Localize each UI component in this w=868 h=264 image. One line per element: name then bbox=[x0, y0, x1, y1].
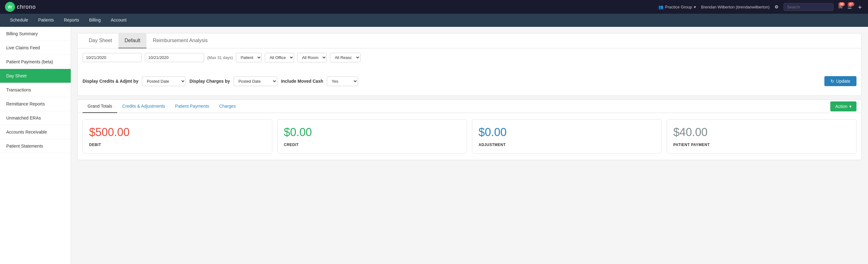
logo-area: dr chrono bbox=[5, 2, 36, 12]
include-moved-cash-select[interactable]: Yes No bbox=[327, 76, 358, 86]
credit-label: CREDIT bbox=[284, 142, 461, 147]
user-name: Brendan Wilberton (brendanwilberton) bbox=[701, 5, 770, 9]
content-area: Day Sheet Default Reimbursement Analysis… bbox=[71, 27, 868, 264]
card-debit: $500.00 DEBIT bbox=[83, 119, 272, 154]
card-adjustment: $0.00 ADJUSTMENT bbox=[472, 119, 662, 154]
main-layout: Billing Summary Live Claims Feed Patient… bbox=[0, 27, 868, 264]
search-input[interactable] bbox=[783, 3, 833, 11]
patient-filter[interactable]: Patient bbox=[236, 53, 262, 62]
tab-default[interactable]: Default bbox=[118, 33, 147, 48]
sidebar-item-transactions[interactable]: Transactions bbox=[0, 83, 71, 97]
charges-select[interactable]: Posted Date Service Date bbox=[234, 76, 277, 86]
practice-group-selector[interactable]: 👥 Practice Group ▾ bbox=[658, 5, 696, 9]
mail-button[interactable]: ✉ 30 bbox=[838, 4, 842, 10]
nav-patients[interactable]: Patients bbox=[33, 14, 59, 27]
chevron-down-icon: ▾ bbox=[694, 5, 696, 9]
date-to-input[interactable] bbox=[145, 53, 204, 62]
tab-patient-payments[interactable]: Patient Payments bbox=[170, 100, 214, 113]
card-credit: $0.00 CREDIT bbox=[277, 119, 467, 154]
charges-label: Display Charges by bbox=[189, 79, 230, 84]
tab-day-sheet[interactable]: Day Sheet bbox=[83, 33, 118, 48]
practice-group-label: Practice Group bbox=[665, 5, 692, 9]
credit-value: $0.00 bbox=[284, 126, 461, 139]
patient-payment-value: $40.00 bbox=[673, 126, 850, 139]
sidebar-item-unmatched-eras[interactable]: Unmatched ERAs bbox=[0, 111, 71, 125]
debit-label: DEBIT bbox=[89, 142, 266, 147]
add-button[interactable]: ＋ bbox=[857, 3, 863, 11]
logo-icon-text: dr bbox=[8, 4, 12, 9]
credits-adjmt-select[interactable]: Posted Date Service Date bbox=[142, 76, 186, 86]
update-button[interactable]: ↻ Update bbox=[825, 76, 857, 86]
inner-panel: Grand Totals Credits & Adjustments Patie… bbox=[77, 100, 862, 160]
room-filter[interactable]: All Room Room 1 bbox=[297, 53, 327, 62]
main-tabs: Day Sheet Default Reimbursement Analysis bbox=[78, 33, 862, 48]
tab-charges[interactable]: Charges bbox=[214, 100, 241, 113]
refresh-icon: ↻ bbox=[831, 79, 834, 84]
office-filter[interactable]: All Office Office 1 bbox=[265, 53, 294, 62]
tab-reimbursement-analysis[interactable]: Reimbursement Analysis bbox=[147, 33, 214, 48]
logo-icon: dr bbox=[5, 2, 15, 12]
tab-grand-totals[interactable]: Grand Totals bbox=[83, 100, 117, 113]
reason-filter[interactable]: All Reasc Reason 1 bbox=[330, 53, 361, 62]
adjustment-value: $0.00 bbox=[478, 126, 655, 139]
nav-reports[interactable]: Reports bbox=[59, 14, 84, 27]
filters-row: (Max 31 days) Patient All Office Office … bbox=[78, 48, 862, 67]
sidebar: Billing Summary Live Claims Feed Patient… bbox=[0, 27, 71, 264]
display-options-row: Display Credits & Adjmt by Posted Date S… bbox=[78, 72, 862, 90]
nav-account[interactable]: Account bbox=[105, 14, 131, 27]
inner-tabs-bar: Grand Totals Credits & Adjustments Patie… bbox=[78, 100, 862, 113]
adjustment-label: ADJUSTMENT bbox=[478, 142, 655, 147]
top-bar: dr chrono 👥 Practice Group ▾ Brendan Wil… bbox=[0, 0, 868, 14]
menu-button[interactable]: ☰ 27 bbox=[847, 4, 852, 10]
cards-row: $500.00 DEBIT $0.00 CREDIT $0.00 ADJUSTM… bbox=[78, 113, 862, 160]
sidebar-item-billing-summary[interactable]: Billing Summary bbox=[0, 27, 71, 41]
sidebar-item-remittance-reports[interactable]: Remittance Reports bbox=[0, 97, 71, 111]
debit-value: $500.00 bbox=[89, 126, 266, 139]
logo-text: chrono bbox=[17, 4, 36, 10]
nav-billing[interactable]: Billing bbox=[84, 14, 105, 27]
credits-adjmt-label: Display Credits & Adjmt by bbox=[83, 79, 138, 84]
top-bar-right: 👥 Practice Group ▾ Brendan Wilberton (br… bbox=[658, 3, 863, 11]
sidebar-item-day-sheet[interactable]: Day Sheet bbox=[0, 69, 71, 83]
tab-credits-adjustments[interactable]: Credits & Adjustments bbox=[117, 100, 170, 113]
date-from-input[interactable] bbox=[83, 53, 142, 62]
settings-icon: ⚙ bbox=[775, 4, 779, 9]
nav-schedule[interactable]: Schedule bbox=[5, 14, 33, 27]
patient-payment-label: PATIENT PAYMENT bbox=[673, 142, 850, 147]
nav-bar: Schedule Patients Reports Billing Accoun… bbox=[0, 14, 868, 27]
people-icon: 👥 bbox=[658, 5, 663, 9]
chevron-down-icon: ▾ bbox=[849, 104, 851, 109]
max-days-label: (Max 31 days) bbox=[207, 55, 233, 60]
sidebar-item-live-claims-feed[interactable]: Live Claims Feed bbox=[0, 41, 71, 55]
sidebar-item-accounts-receivable[interactable]: Accounts Receivable bbox=[0, 125, 71, 139]
include-moved-cash-label: Include Moved Cash bbox=[281, 79, 323, 84]
menu-badge: 27 bbox=[848, 2, 854, 6]
mail-badge: 30 bbox=[838, 2, 845, 6]
sidebar-item-patient-statements[interactable]: Patient Statements bbox=[0, 139, 71, 153]
sidebar-item-patient-payments[interactable]: Patient Payments (beta) bbox=[0, 55, 71, 69]
action-button[interactable]: Action ▾ bbox=[830, 101, 857, 111]
card-patient-payment: $40.00 PATIENT PAYMENT bbox=[667, 119, 857, 154]
